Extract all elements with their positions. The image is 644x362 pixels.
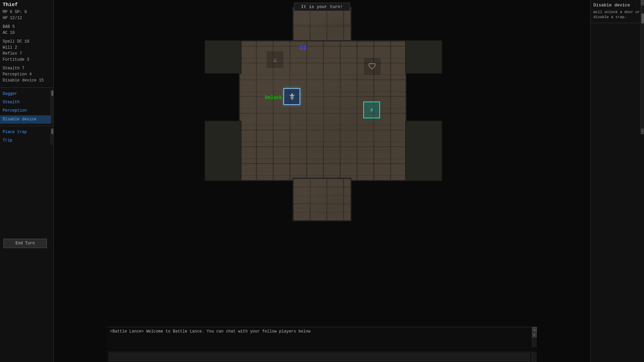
bab-stat: BAB 5 <box>3 24 51 30</box>
room-south <box>292 178 352 221</box>
bottom-panel: <Battle Lance> Welcome to Battle Lance. … <box>107 327 537 362</box>
enemy-token-1[interactable]: ⚔ <box>267 51 283 68</box>
perception-stat: Perception 4 <box>3 71 51 77</box>
skill-perception[interactable]: Perception <box>0 107 51 115</box>
ac-stat: AC 16 <box>3 30 51 36</box>
chat-scroll-down[interactable]: ▼ <box>532 333 537 337</box>
fortitude-stat: Fortitude 3 <box>3 57 51 63</box>
ally-figure: ⚡ <box>369 106 374 115</box>
tooltip-box: Disable device Will unlock a door or dis… <box>591 0 644 23</box>
chat-area: <Battle Lance> Welcome to Battle Lance. … <box>107 327 532 347</box>
skills-group-1: Dagger Stealth Perception Disable device <box>0 90 53 124</box>
room-north <box>292 7 352 44</box>
wall-east-bot <box>405 121 442 181</box>
chat-input[interactable] <box>109 354 530 361</box>
left-panel: Thief MP 6 SP: 0 HP 12/12 BAB 5 AC 16 Sp… <box>0 0 54 362</box>
skills-group-2: Place trap Trip <box>0 128 53 145</box>
skills-list-2: Place trap Trip <box>0 128 51 145</box>
enemy-figure-1: ⚔ <box>273 55 277 65</box>
ally-token[interactable]: ⚡ <box>363 102 380 118</box>
scrollbar-thumb-1 <box>51 90 53 96</box>
wall-east-top <box>405 40 442 74</box>
turn-notification: It is your turn! <box>294 3 350 11</box>
chat-scroll-up[interactable]: ▲ <box>532 327 537 332</box>
skill-stealth[interactable]: Stealth <box>0 98 51 107</box>
will-stat: Will 2 <box>3 45 51 51</box>
scrollbar-thumb-2 <box>51 129 53 134</box>
end-turn-button[interactable]: End Turn <box>3 239 47 248</box>
chat-input-area <box>107 352 532 362</box>
hp-stat: HP 12/12 <box>3 15 51 21</box>
tile-grid-north <box>293 8 351 43</box>
skill-trip[interactable]: Trip <box>0 136 51 145</box>
scroll-up-btn[interactable]: ▲ <box>641 0 644 5</box>
dungeon-container: 22 Unlock 🗡 ⚔ 🛡 ⚡ <box>205 7 439 225</box>
skill-place-trap[interactable]: Place trap <box>0 128 51 136</box>
skills-scrollbar-1[interactable] <box>51 90 53 124</box>
skill-dagger[interactable]: Dagger <box>0 90 51 98</box>
room-center: 22 Unlock 🗡 ⚔ 🛡 ⚡ <box>239 40 407 181</box>
tooltip-title: Disable device <box>593 3 641 8</box>
tile-grid-south <box>293 179 351 220</box>
scrollbar-thumb-right <box>641 13 644 23</box>
skill-disable-device[interactable]: Disable device <box>0 115 51 124</box>
character-stats: Thief MP 6 SP: 0 HP 12/12 BAB 5 AC 16 Sp… <box>0 0 53 85</box>
character-name: Thief <box>3 2 51 8</box>
divider-2 <box>0 126 53 126</box>
damage-number: 22 <box>300 45 307 51</box>
enemy-figure-2: 🛡 <box>368 62 376 71</box>
player-figure: 🗡 <box>288 92 296 102</box>
skills-list-1: Dagger Stealth Perception Disable device <box>0 90 51 124</box>
stealth-stat: Stealth 7 <box>3 65 51 71</box>
tooltip-description: Will unlock a door or disable a trap. <box>593 10 641 20</box>
divider-1 <box>0 87 53 88</box>
wall-west-top <box>205 40 241 74</box>
reflex-stat: Reflex 7 <box>3 51 51 57</box>
right-scrollbar[interactable]: ▲ ▼ <box>641 0 644 134</box>
chat-input-scrollbar[interactable] <box>532 352 537 362</box>
disable-device-stat: Disable device 15 <box>3 77 51 83</box>
scroll-down-btn[interactable]: ▼ <box>641 129 644 134</box>
unlock-text: Unlock <box>265 95 282 100</box>
mp-stat: MP 6 SP: 0 <box>3 9 51 15</box>
spell-dc-stat: Spell DC 10 <box>3 39 51 45</box>
chat-scrollbar[interactable]: ▲ ▼ <box>532 327 537 347</box>
game-area[interactable]: It is your turn! 22 Unlock 🗡 <box>54 0 590 362</box>
enemy-token-2[interactable]: 🛡 <box>364 58 381 75</box>
player-token[interactable]: 🗡 <box>283 88 300 105</box>
right-panel: Disable device Will unlock a door or dis… <box>590 0 644 362</box>
wall-west-bot <box>205 121 241 181</box>
dungeon-map[interactable]: 22 Unlock 🗡 ⚔ 🛡 ⚡ <box>54 0 590 327</box>
chat-message: <Battle Lance> Welcome to Battle Lance. … <box>110 329 529 334</box>
skills-scrollbar-2[interactable] <box>51 128 53 145</box>
